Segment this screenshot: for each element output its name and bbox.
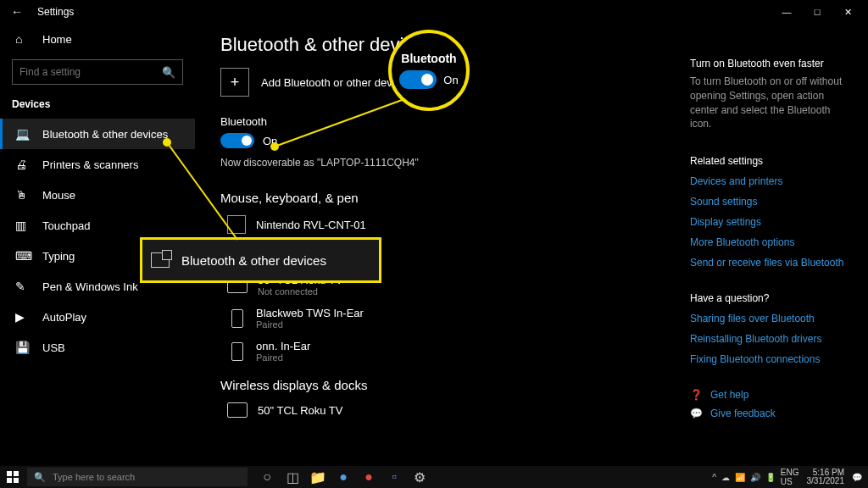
close-button[interactable]: ✕ bbox=[832, 0, 863, 24]
app-icon[interactable]: ▫ bbox=[381, 466, 407, 488]
link-display[interactable]: Display settings bbox=[690, 216, 851, 228]
nav-autoplay[interactable]: ▶ AutoPlay bbox=[0, 302, 195, 332]
search-icon: 🔍 bbox=[162, 66, 175, 79]
link-reinstall[interactable]: Reinstalling Bluetooth drivers bbox=[690, 333, 851, 345]
link-devices-printers[interactable]: Devices and printers bbox=[690, 175, 851, 187]
chrome-icon[interactable]: ● bbox=[356, 466, 381, 488]
give-feedback[interactable]: 💬 Give feedback bbox=[690, 408, 851, 419]
search-field[interactable]: 🔍 bbox=[12, 59, 183, 85]
tray-onedrive-icon[interactable]: ☁ bbox=[721, 473, 730, 482]
maximize-button[interactable]: □ bbox=[802, 0, 832, 24]
tip-header: Turn on Bluetooth even faster bbox=[690, 58, 851, 69]
device-wdd-tv[interactable]: 50" TCL Roku TV bbox=[220, 397, 661, 423]
question-header: Have a question? bbox=[690, 292, 851, 304]
annotation-box: Bluetooth & other devices bbox=[140, 237, 381, 283]
usb-icon: 💾 bbox=[15, 341, 31, 354]
tv-icon bbox=[227, 402, 248, 418]
bluetooth-label: Bluetooth bbox=[220, 115, 661, 128]
tray-network-icon[interactable]: 📶 bbox=[735, 473, 745, 482]
related-header: Related settings bbox=[690, 155, 851, 167]
section-wdd: Wireless displays & docks bbox=[220, 378, 661, 392]
bt-devices-icon: 💻 bbox=[15, 127, 31, 141]
discoverable-text: Now discoverable as "LAPTOP-1111CQH4" bbox=[220, 157, 661, 169]
typing-icon: ⌨ bbox=[15, 249, 31, 263]
mouse-icon: 🖱 bbox=[15, 188, 31, 202]
get-help[interactable]: ❓ Get help bbox=[690, 389, 851, 401]
link-send-files[interactable]: Send or receive files via Bluetooth bbox=[690, 257, 851, 269]
svg-rect-3 bbox=[14, 471, 19, 476]
home-label: Home bbox=[42, 33, 72, 46]
device-blackweb[interactable]: Blackweb TWS In-Ear Paired bbox=[220, 302, 661, 335]
plus-icon: + bbox=[220, 68, 249, 97]
minimize-button[interactable]: — bbox=[771, 0, 802, 24]
gamepad-icon bbox=[227, 215, 246, 234]
tip-body: To turn Bluetooth on or off without open… bbox=[690, 75, 851, 131]
autoplay-icon: ▶ bbox=[15, 310, 31, 324]
back-button[interactable]: ← bbox=[5, 0, 29, 24]
link-sound[interactable]: Sound settings bbox=[690, 196, 851, 208]
tray-volume-icon[interactable]: 🔊 bbox=[750, 473, 760, 482]
home-icon: ⌂ bbox=[15, 32, 31, 46]
bluetooth-toggle[interactable] bbox=[220, 133, 254, 148]
link-more-bt[interactable]: More Bluetooth options bbox=[690, 236, 851, 248]
search-input[interactable] bbox=[19, 66, 162, 78]
nav-mouse[interactable]: 🖱 Mouse bbox=[0, 180, 195, 210]
link-fixing[interactable]: Fixing Bluetooth connections bbox=[690, 353, 851, 365]
tray-lang[interactable]: ENG US bbox=[781, 468, 799, 486]
annotation-circle: Bluetooth On bbox=[388, 30, 470, 111]
search-icon: 🔍 bbox=[34, 472, 46, 483]
svg-rect-4 bbox=[7, 478, 12, 483]
tray-clock[interactable]: 5:16 PM 3/31/2021 bbox=[807, 469, 845, 485]
explorer-icon[interactable]: 📁 bbox=[305, 466, 331, 488]
printer-icon: 🖨 bbox=[15, 158, 31, 171]
annotation-toggle bbox=[399, 70, 437, 89]
taskbar-search[interactable]: 🔍 Type here to search bbox=[27, 468, 248, 486]
device-onn[interactable]: onn. In-Ear Paired bbox=[220, 335, 661, 368]
annotation-dot bbox=[270, 142, 279, 151]
tray-notifications-icon[interactable]: 💬 bbox=[852, 473, 862, 482]
window-title: Settings bbox=[37, 6, 74, 18]
nav-touchpad[interactable]: ▥ Touchpad bbox=[0, 210, 195, 241]
annotation-dot bbox=[163, 138, 171, 147]
svg-rect-2 bbox=[7, 471, 12, 476]
touchpad-icon: ▥ bbox=[15, 219, 31, 232]
taskview-icon[interactable]: ◫ bbox=[280, 466, 305, 488]
help-icon: ❓ bbox=[690, 389, 704, 401]
edge-icon[interactable]: ● bbox=[331, 466, 356, 488]
pen-icon: ✎ bbox=[15, 280, 31, 293]
settings-icon[interactable]: ⚙ bbox=[407, 466, 432, 488]
link-sharing[interactable]: Sharing files over Bluetooth bbox=[690, 313, 851, 324]
home-button[interactable]: ⌂ Home bbox=[0, 24, 195, 54]
start-button[interactable] bbox=[0, 466, 25, 488]
cortana-icon[interactable]: ○ bbox=[254, 466, 280, 488]
tray-battery-icon[interactable]: 🔋 bbox=[765, 473, 776, 482]
section-mkp: Mouse, keyboard, & pen bbox=[220, 191, 661, 205]
nav-group-header: Devices bbox=[0, 93, 195, 119]
nav-usb[interactable]: 💾 USB bbox=[0, 332, 195, 363]
bt-devices-icon bbox=[151, 252, 170, 268]
tray-chevron-icon[interactable]: ^ bbox=[712, 473, 716, 482]
svg-rect-5 bbox=[14, 478, 19, 483]
earbud-icon bbox=[231, 309, 243, 328]
earbud-icon bbox=[231, 342, 243, 361]
nav-printers[interactable]: 🖨 Printers & scanners bbox=[0, 149, 195, 180]
device-nintendo[interactable]: Nintendo RVL-CNT-01 bbox=[220, 210, 661, 239]
feedback-icon: 💬 bbox=[690, 408, 704, 419]
